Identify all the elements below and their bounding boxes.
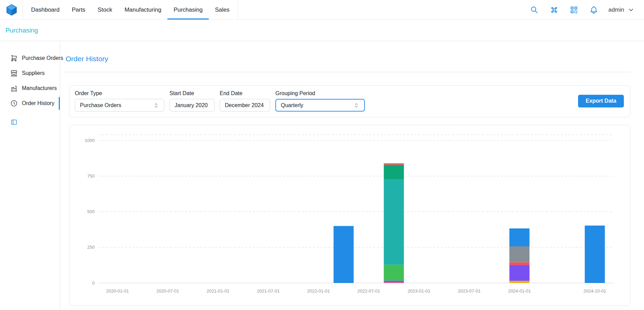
sidebar-item-label: Suppliers xyxy=(22,70,45,76)
x-tick-label: 2024-01-01 xyxy=(508,288,531,294)
end-date-input[interactable]: December 2024 xyxy=(220,99,270,112)
grouping-period-label: Grouping Period xyxy=(275,90,365,96)
x-tick-label: 2023-01-01 xyxy=(408,288,430,294)
main-panel: Order History Order Type Purchase Orders… xyxy=(60,41,644,310)
navbar-actions: admin xyxy=(529,5,634,15)
history-clock-icon xyxy=(10,100,18,107)
bar-segment xyxy=(509,246,530,262)
y-tick-label: 1000 xyxy=(85,138,95,143)
x-tick-label: 2021-01-01 xyxy=(207,288,230,294)
filter-panel: Order Type Purchase Orders Start Date Ja… xyxy=(69,85,630,117)
title-divider xyxy=(65,72,630,72)
order-type-value: Purchase Orders xyxy=(80,102,121,108)
x-tick-label: 2021-07-01 xyxy=(257,288,280,294)
bell-icon[interactable] xyxy=(589,5,599,15)
search-icon[interactable] xyxy=(529,5,539,15)
grouping-period-select[interactable]: Quarterly xyxy=(275,99,365,112)
selector-chevrons-icon xyxy=(153,102,159,108)
end-date-field: End Date December 2024 xyxy=(220,90,270,112)
tab-parts[interactable]: Parts xyxy=(66,0,92,20)
y-tick-label: 750 xyxy=(87,173,95,179)
bar-segment xyxy=(384,165,404,179)
main-nav-tabs: Dashboard Parts Stock Manufacturing Purc… xyxy=(23,0,238,20)
bar-segment xyxy=(509,281,530,283)
tab-sales[interactable]: Sales xyxy=(209,0,236,20)
y-tick-label: 250 xyxy=(87,245,95,250)
tab-dashboard[interactable]: Dashboard xyxy=(25,0,66,20)
breadcrumb-purchasing[interactable]: Purchasing xyxy=(5,27,38,34)
chart-area: 025050075010002020-01-012020-07-012021-0… xyxy=(72,130,625,303)
y-tick-label: 500 xyxy=(87,209,95,214)
sidebar-collapse-icon[interactable] xyxy=(10,118,18,127)
start-date-label: Start Date xyxy=(169,90,215,96)
qr-code-icon[interactable] xyxy=(569,5,579,15)
user-menu[interactable]: admin xyxy=(608,7,634,13)
order-type-select[interactable]: Purchase Orders xyxy=(75,99,164,112)
x-tick-label: 2020-07-01 xyxy=(156,288,179,294)
x-tick-label: 2020-01-01 xyxy=(106,288,129,294)
command-icon[interactable] xyxy=(549,5,559,15)
sidebar-item-label: Order History xyxy=(22,100,54,106)
sidebar-item-label: Manufacturers xyxy=(22,85,57,91)
username: admin xyxy=(608,7,624,13)
x-tick-label: 2022-01-01 xyxy=(307,288,330,294)
bar-segment xyxy=(384,265,404,281)
top-navbar: Dashboard Parts Stock Manufacturing Purc… xyxy=(0,0,644,20)
y-tick-label: 0 xyxy=(92,281,95,286)
x-tick-label: 2023-07-01 xyxy=(458,288,481,294)
tab-purchasing[interactable]: Purchasing xyxy=(167,0,209,20)
grouping-period-value: Quarterly xyxy=(281,102,303,108)
export-data-button[interactable]: Export Data xyxy=(578,95,624,107)
end-date-label: End Date xyxy=(220,90,270,96)
start-date-input[interactable]: January 2020 xyxy=(169,99,215,112)
sidebar-item-label: Purchase Orders xyxy=(22,55,63,61)
grouping-period-field: Grouping Period Quarterly xyxy=(275,90,365,112)
shopping-cart-icon xyxy=(10,54,18,62)
inventree-logo-icon[interactable] xyxy=(5,3,18,17)
content: Purchase Orders Suppliers Manufacturers xyxy=(0,41,644,310)
start-date-value: January 2020 xyxy=(175,102,208,108)
bar-segment xyxy=(384,179,404,265)
building-store-icon xyxy=(10,69,18,77)
bar-segment xyxy=(509,262,530,265)
factory-icon xyxy=(10,85,18,92)
order-type-label: Order Type xyxy=(75,90,164,96)
bar-segment xyxy=(509,265,530,281)
bar-segment xyxy=(384,282,404,283)
page-title: Order History xyxy=(66,55,630,63)
sidebar-item-order-history[interactable]: Order History xyxy=(0,96,60,111)
selector-chevrons-icon xyxy=(353,102,359,108)
x-tick-label: 2022-07-01 xyxy=(357,288,380,294)
chart-panel: 025050075010002020-01-012020-07-012021-0… xyxy=(69,125,630,306)
breadcrumb-bar: Purchasing xyxy=(0,20,644,41)
x-tick-label: 2024-10-01 xyxy=(584,288,606,294)
bar-segment xyxy=(384,163,404,165)
tab-stock[interactable]: Stock xyxy=(92,0,119,20)
order-type-field: Order Type Purchase Orders xyxy=(75,90,164,112)
start-date-field: Start Date January 2020 xyxy=(169,90,215,112)
sidebar-item-suppliers[interactable]: Suppliers xyxy=(0,66,60,81)
bar-segment xyxy=(585,225,605,283)
bar-segment xyxy=(384,281,404,282)
chevron-down-icon xyxy=(628,7,634,13)
sidebar: Purchase Orders Suppliers Manufacturers xyxy=(0,41,60,310)
sidebar-item-purchase-orders[interactable]: Purchase Orders xyxy=(0,51,60,66)
order-history-chart: 025050075010002020-01-012020-07-012021-0… xyxy=(72,130,625,303)
end-date-value: December 2024 xyxy=(225,102,264,108)
sidebar-item-manufacturers[interactable]: Manufacturers xyxy=(0,81,60,96)
bar-segment xyxy=(509,229,530,246)
bar-segment xyxy=(333,226,354,283)
tab-manufacturing[interactable]: Manufacturing xyxy=(118,0,167,20)
